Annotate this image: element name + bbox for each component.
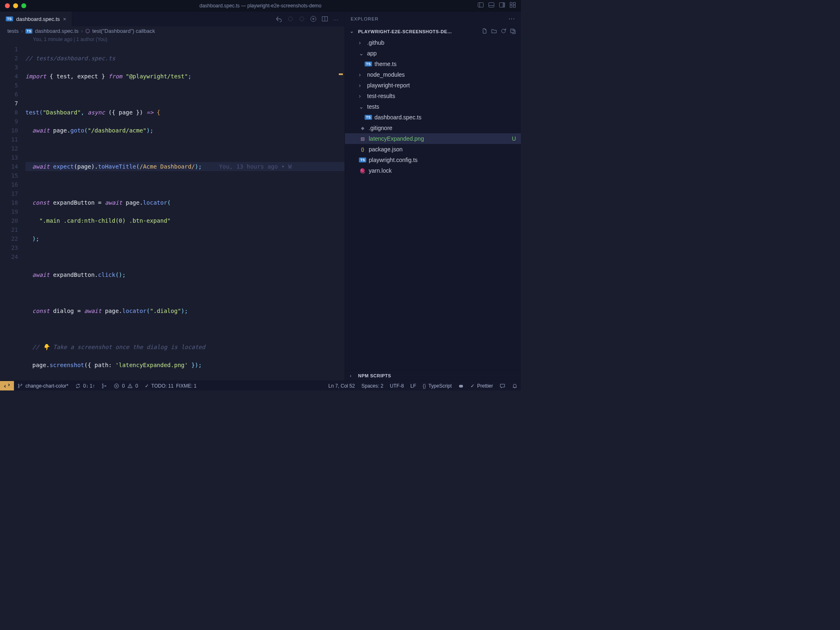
symbol-icon: ⬡ [85,28,90,34]
git-graph-icon[interactable] [98,381,110,390]
branch-indicator[interactable]: change-chart-color* [14,381,72,390]
svg-rect-2 [489,3,494,7]
chevron-down-icon: ⌄ [350,29,356,34]
explorer-label: EXPLORER [351,16,379,21]
eol-indicator[interactable]: LF [407,381,420,390]
svg-point-28 [461,386,462,386]
tab-dashboard-spec[interactable]: TS dashboard.spec.ts × [0,11,72,26]
chevron-right-icon: › [350,373,356,378]
chevron-right-icon: › [359,82,365,89]
titlebar: dashboard.spec.ts — playwright-e2e-scree… [0,0,521,11]
line-gutter: 123456789101112131415161718192021222324 [0,45,25,381]
run-last-icon[interactable] [287,16,294,23]
tree-folder-node-modules[interactable]: ›node_modules [345,69,521,80]
svg-point-25 [130,387,130,387]
remote-button[interactable] [0,381,14,390]
chevron-right-icon: › [359,39,365,46]
new-file-icon[interactable] [482,28,488,35]
chevron-right-icon: › [81,28,83,34]
tree-file-dashboard-spec[interactable]: TSdashboard.spec.ts [345,112,521,123]
breadcrumb[interactable]: tests › TS dashboard.spec.ts › ⬡ test("D… [0,26,345,36]
tree-folder-test-results[interactable]: ›test-results [345,91,521,101]
breadcrumb-file: dashboard.spec.ts [35,28,78,34]
svg-rect-8 [514,2,516,5]
svg-point-17 [18,384,19,385]
tree-folder-app[interactable]: ⌄app [345,48,521,59]
new-folder-icon[interactable] [491,28,497,35]
tree-folder-github[interactable]: ›.github [345,37,521,48]
svg-rect-6 [503,3,505,7]
svg-point-18 [18,387,19,388]
tree-folder-playwright-report[interactable]: ›playwright-report [345,80,521,91]
svg-point-21 [103,387,103,388]
yarn-icon: 🧶 [359,168,366,173]
project-section-header[interactable]: ⌄ PLAYWRIGHT-E2E-SCREENSHOTS-DE… [345,26,521,37]
git-icon: ◆ [359,126,366,131]
svg-point-27 [460,386,461,386]
problems-indicator[interactable]: 0 0 [110,381,141,390]
run-next-icon[interactable] [299,16,305,23]
svg-point-19 [21,384,22,385]
layout-icon[interactable] [509,2,516,9]
svg-rect-7 [510,2,512,5]
chevron-down-icon: ⌄ [359,50,365,57]
collapse-icon[interactable] [510,28,516,35]
cursor-position[interactable]: Ln 7, Col 52 [325,381,358,390]
file-tree: ›.github ⌄app TStheme.ts ›node_modules ›… [345,37,521,370]
go-back-icon[interactable] [276,16,282,23]
svg-rect-16 [511,29,514,32]
svg-point-12 [300,17,304,21]
prettier-indicator[interactable]: ✓Prettier [467,381,496,390]
gitlens-annotation[interactable]: You, 1 minute ago | 1 author (You) [0,36,345,45]
more-icon[interactable]: ··· [333,16,339,23]
minimap-cursor-marker [339,73,343,75]
tree-file-package-json[interactable]: {}package.json [345,144,521,155]
project-name: PLAYWRIGHT-E2E-SCREENSHOTS-DE… [358,29,452,34]
svg-rect-26 [459,385,463,387]
language-indicator[interactable]: {}TypeScript [420,381,455,390]
image-icon: ▧ [359,136,366,142]
status-bar: change-chart-color* 0↓ 1↑ 0 0 ✓ TODO: 11… [0,381,521,390]
code-content[interactable]: // tests/dashboard.spec.ts import { test… [25,45,345,381]
close-icon[interactable]: × [63,16,66,22]
svg-rect-9 [510,5,512,7]
chevron-right-icon: › [359,93,365,99]
tree-folder-tests[interactable]: ⌄tests [345,101,521,112]
svg-point-20 [103,383,103,384]
breadcrumb-folder: tests [7,28,18,34]
panel-right-icon[interactable] [499,2,505,9]
indentation-indicator[interactable]: Spaces: 2 [358,381,386,390]
explorer-sidebar: EXPLORER ··· ⌄ PLAYWRIGHT-E2E-SCREENSHOT… [345,11,521,381]
more-icon[interactable]: ··· [509,15,515,23]
code-editor[interactable]: 123456789101112131415161718192021222324 … [0,45,345,381]
panel-left-icon[interactable] [477,2,484,9]
tree-file-gitignore[interactable]: ◆.gitignore [345,123,521,133]
svg-rect-10 [514,5,516,7]
svg-point-22 [105,385,106,386]
chevron-down-icon: ⌄ [359,103,365,110]
svg-rect-0 [478,3,484,7]
tab-label: dashboard.spec.ts [16,16,60,22]
json-icon: {} [359,147,366,152]
feedback-icon[interactable] [496,381,509,390]
copilot-icon[interactable] [455,381,467,390]
bell-icon[interactable] [509,381,521,390]
typescript-icon: TS [6,16,13,21]
todo-indicator[interactable]: ✓ TODO: 11 FIXME: 1 [142,381,200,390]
breadcrumb-symbol: test("Dashboard") callback [92,28,155,34]
chevron-right-icon: › [21,28,23,34]
sync-indicator[interactable]: 0↓ 1↑ [72,381,98,390]
tree-file-yarn-lock[interactable]: 🧶yarn.lock [345,165,521,176]
tree-file-latency-png[interactable]: ▧latencyExpanded.pngU [345,133,521,144]
chevron-right-icon: › [359,71,365,78]
tree-file-playwright-config[interactable]: TSplaywright.config.ts [345,155,521,165]
panel-bottom-icon[interactable] [488,2,495,9]
npm-scripts-section[interactable]: › NPM SCRIPTS [345,370,521,381]
refresh-icon[interactable] [500,28,507,35]
svg-point-11 [288,17,292,21]
window-title: dashboard.spec.ts — playwright-e2e-scree… [0,3,521,9]
split-editor-icon[interactable] [322,16,328,23]
run-icon[interactable] [310,16,317,23]
encoding-indicator[interactable]: UTF-8 [387,381,407,390]
tree-file-theme[interactable]: TStheme.ts [345,59,521,69]
